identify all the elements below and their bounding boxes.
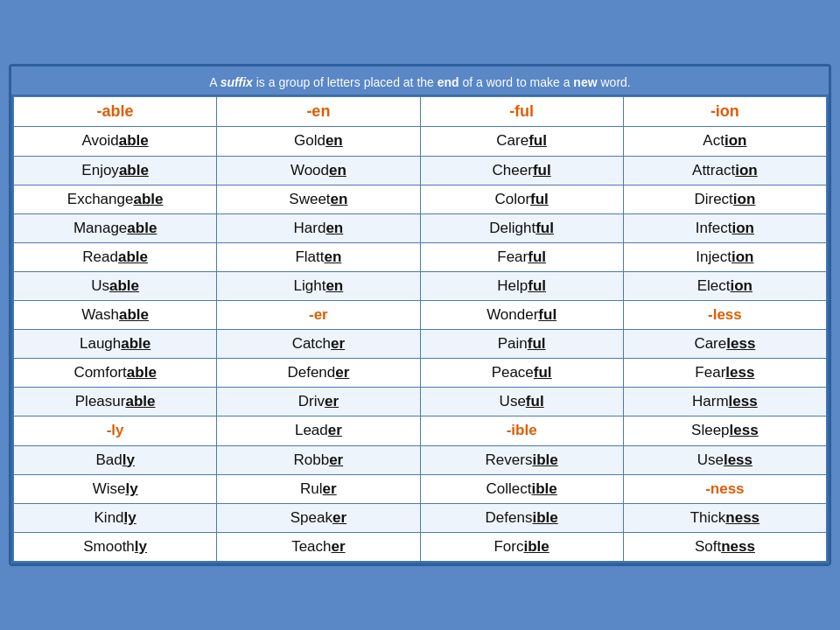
table-cell: Exchangeable <box>14 185 217 214</box>
table-cell: Ruler <box>217 474 420 503</box>
word-base: Use <box>500 393 526 410</box>
table-cell: Harmless <box>623 388 826 416</box>
word-base: Use <box>697 452 724 468</box>
table-cell: Reversible <box>420 445 623 474</box>
word-base: Lead <box>295 422 328 438</box>
word-base: Sweet <box>289 191 330 207</box>
word-base: Elect <box>697 277 731 294</box>
word-base: Avoid <box>82 132 119 149</box>
table-cell: Forcible <box>420 532 623 561</box>
table-row: UsableLightenHelpfulElection <box>14 271 827 300</box>
word-base: Revers <box>486 452 533 468</box>
table-cell: Peaceful <box>420 359 623 388</box>
word-suffix: less <box>724 452 752 468</box>
word-base: Attract <box>692 162 735 178</box>
table-cell: Pleasurable <box>14 388 217 416</box>
word-base: Help <box>497 277 528 294</box>
table-row: Washable-erWonderful-less <box>14 301 827 330</box>
word-suffix: ness <box>725 509 760 526</box>
table-cell: -less <box>623 301 826 330</box>
word-suffix: ful <box>528 277 546 294</box>
word-base: Act <box>703 132 724 149</box>
word-suffix: ible <box>532 509 557 526</box>
table-cell: Attraction <box>623 156 826 185</box>
word-suffix: er <box>329 452 343 468</box>
table-cell: Cheerful <box>420 156 623 185</box>
table-cell: Kindly <box>14 503 217 532</box>
word-suffix: ful <box>528 132 547 149</box>
word-suffix: ful <box>528 248 546 265</box>
table-row: ExchangeableSweetenColorfulDirection <box>14 185 827 214</box>
table-row: ComfortableDefenderPeacefulFearless <box>14 359 827 388</box>
table-cell: Collectible <box>420 474 623 503</box>
word-suffix: er <box>335 364 349 381</box>
word-base: Infect <box>696 220 732 236</box>
word-suffix: ful <box>533 162 551 178</box>
table-cell: Colorful <box>420 185 623 214</box>
table-cell: Sweeten <box>217 185 420 214</box>
table-cell: Fearless <box>623 359 826 388</box>
word-suffix: en <box>329 162 346 178</box>
table-cell: Laughable <box>14 330 217 359</box>
word-table: -able -en -ful -ion AvoidableGoldenCaref… <box>13 96 827 562</box>
word-suffix: en <box>326 220 343 236</box>
main-container: A suffix is a group of letters placed at… <box>9 64 831 566</box>
table-cell: Readable <box>14 242 217 271</box>
word-suffix: en <box>324 248 341 265</box>
word-suffix: ion <box>733 191 756 207</box>
table-row: WiselyRulerCollectible-ness <box>14 474 827 503</box>
word-base: Color <box>494 191 530 207</box>
word-base: Light <box>294 277 326 294</box>
table-row: EnjoyableWoodenCheerfulAttraction <box>14 156 827 185</box>
word-suffix: en <box>326 277 343 294</box>
table-cell: Softness <box>623 532 826 561</box>
table-cell: Manageable <box>14 214 217 242</box>
word-base: Forc <box>494 538 523 555</box>
table-cell: -ible <box>420 416 623 445</box>
word-suffix: ible <box>532 452 557 468</box>
suffix-header-cell: -ible <box>507 422 537 438</box>
word-base: Flatt <box>295 248 324 265</box>
word-suffix: less <box>730 422 759 438</box>
table-cell: Helpful <box>420 271 623 300</box>
table-cell: Useless <box>623 445 826 474</box>
word-suffix: ly <box>124 509 136 526</box>
suffix-header-cell: -ly <box>107 422 124 438</box>
word-base: Pleasur <box>75 393 126 410</box>
suffix-header-cell: -er <box>309 306 328 323</box>
table-cell: Teacher <box>217 532 420 561</box>
col-header-en: -en <box>217 97 420 127</box>
word-suffix: able <box>119 162 149 178</box>
table-row: BadlyRobberReversibleUseless <box>14 445 827 474</box>
table-cell: -er <box>217 301 420 330</box>
word-base: Sleep <box>691 422 729 438</box>
word-base: Kind <box>94 509 124 526</box>
table-cell: Washable <box>14 301 217 330</box>
word-base: Wood <box>290 162 329 178</box>
table-cell: Harden <box>217 214 420 242</box>
table-cell: Comfortable <box>14 359 217 388</box>
table-row: -lyLeader-ibleSleepless <box>14 416 827 445</box>
word-suffix: able <box>127 364 157 381</box>
header: A suffix is a group of letters placed at… <box>11 66 829 94</box>
table-cell: Badly <box>14 445 217 474</box>
table-row: KindlySpeakerDefensibleThickness <box>14 503 827 532</box>
word-base: Wonder <box>486 306 538 323</box>
word-base: Peace <box>492 364 534 381</box>
table-cell: Lighten <box>217 271 420 300</box>
table-row: AvoidableGoldenCarefulAction <box>14 127 827 156</box>
table-row: PleasurableDriverUsefulHarmless <box>14 388 827 416</box>
suffix-header-cell: -less <box>708 306 742 323</box>
col-header-ion: -ion <box>623 97 826 127</box>
table-cell: -ly <box>14 416 217 445</box>
suffix-header-cell: -ness <box>705 480 744 497</box>
word-suffix: ly <box>122 452 135 468</box>
table-row: ReadableFlattenFearfulInjection <box>14 242 827 271</box>
table-cell: Defender <box>217 359 420 388</box>
table-cell: Driver <box>217 388 420 416</box>
new-highlight: new <box>573 75 597 89</box>
col-header-able: -able <box>14 97 217 127</box>
word-base: Catch <box>292 335 331 352</box>
word-suffix: ful <box>526 393 544 410</box>
table-cell: Painful <box>420 330 623 359</box>
